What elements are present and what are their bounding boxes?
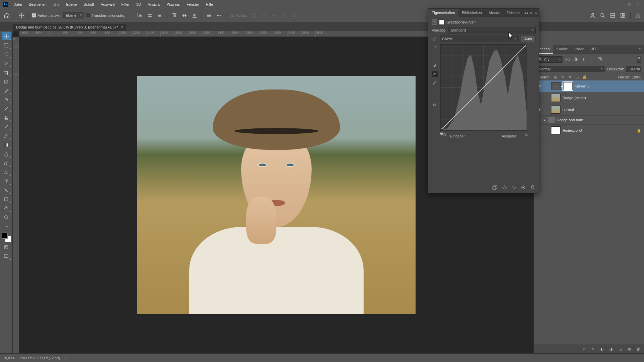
layer-hintergrund[interactable]: Hintergrund 🔒 (534, 125, 644, 136)
cloud-comments-icon[interactable] (589, 12, 596, 19)
adjustlayer-icon[interactable]: ◑ (608, 347, 614, 351)
status-info-arrow[interactable]: 〉 (65, 356, 68, 361)
tab-absatz[interactable]: Absatz (485, 9, 503, 17)
opacity-input[interactable]: 100% (626, 66, 641, 72)
menu-hilfe[interactable]: Hilfe (203, 1, 216, 7)
screenmode-toggle[interactable] (2, 252, 11, 260)
brush-tool[interactable] (2, 105, 11, 113)
blur-tool[interactable] (2, 150, 11, 158)
layer-name[interactable]: Dodge and burn (557, 118, 583, 122)
layer-filter-type[interactable]: 🔍Art (536, 56, 562, 63)
move-tool-icon[interactable] (18, 12, 25, 19)
layer-name[interactable]: Hintergrund (562, 128, 582, 132)
sample-gray-icon[interactable] (432, 54, 438, 60)
curve-point-mode-icon[interactable] (432, 71, 438, 77)
group-new-icon[interactable]: ▢ (617, 347, 623, 351)
targeted-adjust-icon[interactable] (432, 36, 438, 42)
align-top-icon[interactable] (171, 12, 178, 19)
document-tab[interactable]: Dodge and burn.psdc bei 20,8% (Kurven 3,… (13, 23, 126, 31)
layer-name[interactable]: Kurven 3 (575, 84, 589, 88)
menu-datei[interactable]: Datei (11, 1, 25, 7)
filter-adjust-icon[interactable] (573, 57, 579, 62)
layer-normal[interactable]: 👁 normal (534, 104, 644, 116)
color-swatches[interactable] (2, 233, 11, 242)
preset-select[interactable]: Standard (448, 27, 536, 34)
healing-tool[interactable] (2, 96, 11, 104)
crop-tool[interactable] (2, 68, 11, 76)
mask-thumb[interactable] (563, 82, 573, 90)
eyedropper-tool[interactable] (2, 86, 11, 95)
hand-tool[interactable] (2, 204, 11, 212)
align-right-icon[interactable] (156, 12, 164, 19)
stamp-tool[interactable] (2, 114, 11, 122)
properties-panel[interactable]: Eigenschaften Bibliotheken Absatz Zeiche… (428, 8, 539, 193)
lock-icon[interactable]: 🔒 (637, 128, 641, 133)
align-hcenter-icon[interactable] (146, 12, 154, 19)
panel-menu-icon[interactable]: ≡ (533, 11, 539, 15)
lock-artb-icon[interactable]: ▢ (575, 75, 580, 79)
curve-graph[interactable]: �△ △ (440, 44, 527, 131)
window-minimize[interactable]: — (617, 2, 624, 7)
filter-type-icon[interactable]: T (581, 57, 587, 62)
filter-pixel-icon[interactable] (565, 57, 571, 62)
zoom-level[interactable]: 20,83% (3, 356, 15, 360)
tab-pfade[interactable]: Pfade (571, 45, 588, 54)
path-tool[interactable] (2, 186, 11, 194)
reset-icon[interactable] (511, 185, 517, 190)
delete-icon[interactable]: 🗑 (635, 347, 641, 351)
edit-toolbar[interactable]: ⋯ (2, 222, 11, 230)
curve-histogram-icon[interactable] (432, 101, 438, 107)
lock-pos-icon[interactable]: ✥ (567, 75, 573, 79)
tab-bibliotheken[interactable]: Bibliotheken (459, 9, 485, 17)
layers-menu-icon[interactable]: ≡ (635, 45, 644, 54)
mask-icon[interactable] (439, 19, 444, 25)
sample-black-icon[interactable] (432, 62, 438, 68)
panel-collapse-icon[interactable]: ◂◂ (523, 11, 529, 15)
align-vcenter-icon[interactable] (181, 12, 188, 19)
menu-bearbeiten[interactable]: Bearbeiten (26, 1, 49, 7)
filter-smart-icon[interactable] (597, 57, 603, 62)
window-maximize[interactable]: ▢ (626, 2, 633, 7)
dodge-tool[interactable] (2, 159, 11, 167)
menu-3d[interactable]: 3D (133, 1, 144, 7)
link-layers-icon[interactable]: ⌀ (581, 347, 587, 351)
window-close[interactable]: ✕ (635, 2, 641, 7)
history-brush-tool[interactable] (2, 123, 11, 131)
tab-3d[interactable]: 3D (588, 45, 599, 54)
autoselect-checkbox[interactable]: ✓Autom. ausw.: (32, 13, 61, 17)
more-align-icon[interactable]: ••• (215, 12, 223, 19)
curves-thumb[interactable]: 〰 (551, 82, 560, 90)
move-tool[interactable] (2, 32, 11, 40)
pen-tool[interactable] (2, 168, 11, 176)
selection-tool[interactable] (2, 59, 11, 67)
layer-dodge-heller[interactable]: Dodge (heller) (534, 92, 644, 104)
layer-thumb[interactable] (551, 106, 560, 114)
eraser-tool[interactable] (2, 132, 11, 140)
channel-select[interactable]: CMYK (440, 36, 519, 42)
mask-add-icon[interactable]: ◐ (599, 347, 605, 351)
layer-new-icon[interactable]: ⊞ (626, 347, 632, 351)
align-left-icon[interactable] (136, 12, 144, 19)
menu-schrift[interactable]: Schrift (81, 1, 97, 7)
panel-close-icon[interactable]: × (529, 11, 533, 15)
home-button[interactable] (3, 11, 11, 19)
tab-kanaele[interactable]: Kanäle (553, 45, 571, 54)
tab-eigenschaften[interactable]: Eigenschaften (428, 9, 459, 17)
layer-thumb[interactable] (551, 94, 560, 102)
gradient-tool[interactable] (2, 141, 11, 149)
menu-fenster[interactable]: Fenster (184, 1, 202, 7)
filter-shape-icon[interactable] (589, 57, 595, 62)
fill-input[interactable]: 100% (632, 75, 641, 79)
arrange-icon[interactable] (609, 12, 616, 19)
toggle-visibility-icon[interactable] (520, 185, 526, 190)
menu-auswahl[interactable]: Auswahl (98, 1, 117, 7)
clip-to-layer-icon[interactable] (492, 185, 498, 190)
document-info[interactable]: 3983 Px × 3273 Px (72 ppi) (19, 356, 60, 360)
menu-plugins[interactable]: Plug-ins (164, 1, 182, 7)
tab-zeichen[interactable]: Zeichen (503, 9, 523, 17)
blend-mode-select[interactable]: Normal (536, 66, 605, 72)
lock-trans-icon[interactable]: ▦ (552, 75, 558, 79)
fx-icon[interactable]: fx (590, 347, 596, 351)
auto-button[interactable]: Auto (521, 36, 536, 42)
share-icon[interactable] (635, 12, 641, 19)
